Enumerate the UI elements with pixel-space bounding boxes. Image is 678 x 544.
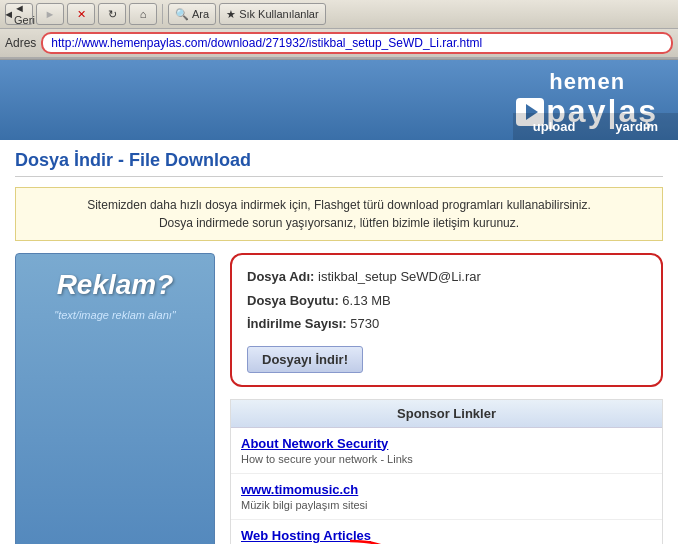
page-content: Dosya İndir - File Download Sitemizden d… [0,140,678,544]
separator [162,4,163,24]
main-area: Reklam? "text/image reklam alanı" hemen … [15,253,663,544]
back-button[interactable]: ◄ ◄ Geri [5,3,33,25]
back-icon: ◄ [3,8,14,20]
favorites-button[interactable]: ★ Sık Kullanılanlar [219,3,326,25]
sponsor-desc-0: How to secure your network - Links [241,453,652,465]
file-name-row: Dosya Adı: istikbal_setup SeWD@Li.rar [247,267,646,287]
ad-reklam-text: Reklam? [57,269,174,301]
info-text-1: Sitemizden daha hızlı dosya indirmek içi… [28,196,650,214]
ad-box[interactable]: Reklam? "text/image reklam alanı" hemen … [15,253,215,544]
browser-chrome: ◄ ◄ Geri ► ✕ ↻ ⌂ 🔍 Ara ★ Sık Kullanılanl… [0,0,678,60]
file-info-box: Dosya Adı: istikbal_setup SeWD@Li.rar Do… [230,253,663,387]
file-name-value: istikbal_setup SeWD@Li.rar [318,269,481,284]
site-header: hemen pay|aş upload yardım [0,60,678,140]
search-button[interactable]: 🔍 Ara [168,3,216,25]
star-icon: ★ [226,8,236,21]
stop-button[interactable]: ✕ [67,3,95,25]
file-size-row: Dosya Boyutu: 6.13 MB [247,291,646,311]
file-info-area: Dosya Adı: istikbal_setup SeWD@Li.rar Do… [230,253,663,544]
nav-yardim[interactable]: yardım [595,113,678,140]
stop-icon: ✕ [77,8,86,21]
refresh-button[interactable]: ↻ [98,3,126,25]
logo-top-text: hemen [516,70,658,94]
download-count-label: İndirilme Sayısı: [247,316,347,331]
toolbar: ◄ ◄ Geri ► ✕ ↻ ⌂ 🔍 Ara ★ Sık Kullanılanl… [0,0,678,29]
sponsor-title: Sponsor Linkler [231,400,662,428]
refresh-icon: ↻ [108,8,117,21]
forward-button[interactable]: ► [36,3,64,25]
back-label: ◄ Geri [14,2,35,26]
file-name-label: Dosya Adı: [247,269,314,284]
file-size-value: 6.13 MB [342,293,390,308]
download-count-row: İndirilme Sayısı: 5730 [247,314,646,334]
arrow-svg [330,536,450,545]
sponsor-item-0: About Network Security How to secure you… [231,428,662,474]
page-title: Dosya İndir - File Download [15,150,663,177]
download-btn-wrapper: Dosyayı İndir! [247,338,646,373]
ad-subtext: "text/image reklam alanı" [54,309,176,321]
sponsor-desc-1: Müzik bilgi paylaşım sitesi [241,499,652,511]
sponsor-item-1: www.timomusic.ch Müzik bilgi paylaşım si… [231,474,662,520]
address-bar-row: Adres [0,29,678,59]
nav-upload[interactable]: upload [513,113,596,140]
favorites-label: Sık Kullanılanlar [239,8,319,20]
search-icon: 🔍 [175,8,189,21]
address-label: Adres [5,36,36,50]
search-label: Ara [192,8,209,20]
forward-icon: ► [45,8,56,20]
home-button[interactable]: ⌂ [129,3,157,25]
header-nav: upload yardım [513,113,678,140]
sponsor-link-1[interactable]: www.timomusic.ch [241,482,652,497]
download-count-value: 5730 [350,316,379,331]
download-button[interactable]: Dosyayı İndir! [247,346,363,373]
home-icon: ⌂ [140,8,147,20]
sponsor-link-0[interactable]: About Network Security [241,436,652,451]
sponsor-box: Sponsor Linkler About Network Security H… [230,399,663,545]
address-input[interactable] [41,32,673,54]
info-box: Sitemizden daha hızlı dosya indirmek içi… [15,187,663,241]
file-size-label: Dosya Boyutu: [247,293,339,308]
info-text-2: Dosya indirmede sorun yaşıyorsanız, lütf… [28,214,650,232]
